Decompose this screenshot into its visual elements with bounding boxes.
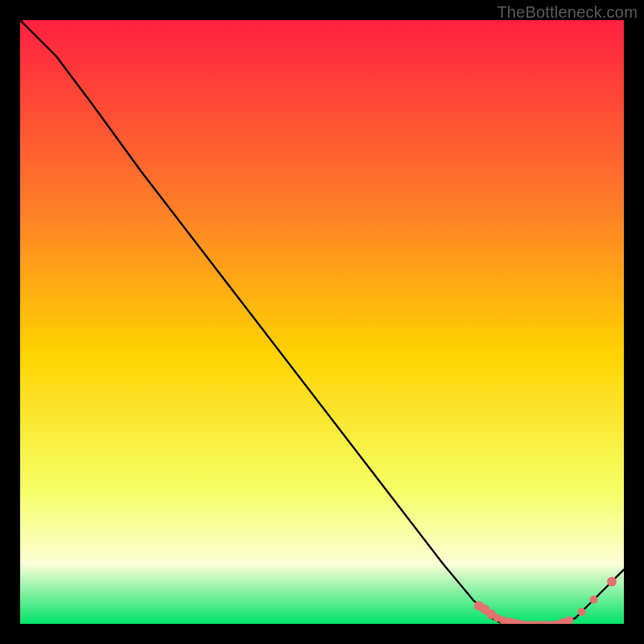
- marker-dot: [607, 577, 617, 587]
- chart-svg: [20, 20, 624, 624]
- chart-stage: TheBottleneck.com: [0, 0, 644, 644]
- plot-area: [20, 20, 624, 624]
- gradient-background: [20, 20, 624, 624]
- marker-dot: [590, 596, 598, 604]
- attribution-text: TheBottleneck.com: [497, 3, 638, 22]
- marker-dot: [578, 608, 586, 616]
